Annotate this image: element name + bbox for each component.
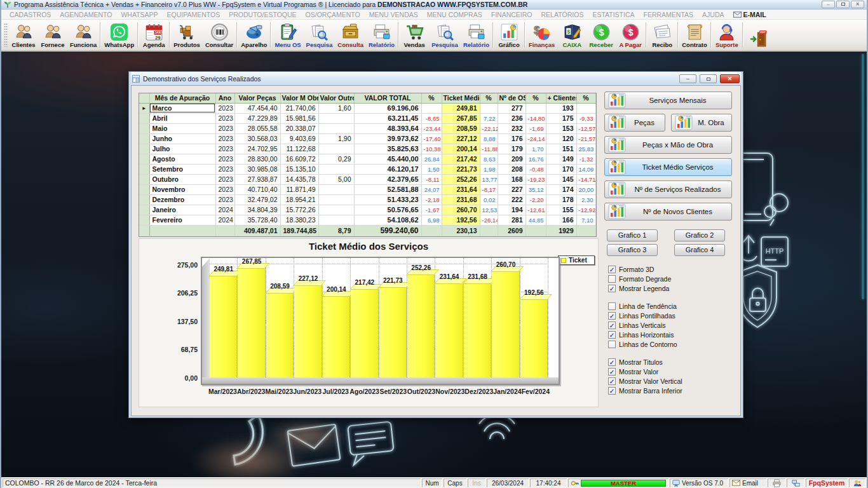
- menu-item-agendamento[interactable]: AGENDAMENTO: [55, 10, 116, 19]
- toolbar-button-clientes[interactable]: Clientes: [9, 20, 38, 50]
- statusbar-network[interactable]: [787, 478, 804, 487]
- toolbar-button-vendas[interactable]: Vendas: [400, 20, 429, 50]
- menu-item-produto-estoque[interactable]: PRODUTO/ESTOQUE: [224, 10, 301, 19]
- toolbar-button-gr-fico[interactable]: Gráfico: [494, 20, 524, 50]
- checkbox-box[interactable]: ✓: [608, 358, 616, 366]
- checkbox-box[interactable]: ✓: [608, 377, 616, 385]
- chart-select-button-servi-os-mensais[interactable]: Serviços Mensais: [604, 92, 732, 109]
- checkbox-formato-3d[interactable]: ✓Formato 3D: [608, 264, 736, 274]
- toolbar-button-relat-rio[interactable]: Relatório: [461, 20, 492, 50]
- button-grafico-4[interactable]: Grafico 4: [674, 244, 725, 256]
- checkbox-linhas-verticais[interactable]: ✓Linhas Verticais: [608, 320, 736, 330]
- checkbox-linhas-pontilhadas[interactable]: ✓Linhas Pontilhadas: [608, 311, 736, 320]
- table-row[interactable]: Janeiro202434.804,3915.772,2650.576,65-1…: [139, 205, 595, 215]
- chart-select-button-n-de-novos-clientes[interactable]: Nº de Novos Clientes: [604, 203, 732, 220]
- menu-item-ferramentas[interactable]: FERRAMENTAS: [639, 10, 698, 19]
- button-grafico-1[interactable]: Grafico 1: [607, 229, 658, 241]
- checkbox-box[interactable]: ✓: [608, 285, 616, 292]
- button-grafico-2[interactable]: Grafico 2: [674, 229, 725, 241]
- dialog-minimize-button[interactable]: –: [679, 74, 696, 83]
- column-header-valor-outros[interactable]: Valor Outros: [318, 93, 354, 103]
- table-row[interactable]: Fevereiro202435.728,4018.380,2354.108,62…: [139, 215, 595, 225]
- checkbox-mostrar-valor-vertical[interactable]: ✓Mostrar Valor Vertical: [608, 376, 736, 386]
- chart-select-button-n-de-servi-os-realizados[interactable]: Nº de Serviços Realizados: [604, 180, 732, 198]
- checkbox-formato-degrade[interactable]: Formato Degrade: [608, 274, 736, 283]
- toolbar-button-caixa[interactable]: $CAIXA: [557, 20, 587, 50]
- column-header-ticket-m-dio[interactable]: Ticket Médio: [442, 93, 480, 103]
- toolbar-button-produtos[interactable]: Produtos: [171, 20, 203, 50]
- menu-item-ajuda[interactable]: AJUDA: [698, 10, 728, 19]
- toolbar-button-receber[interactable]: $Receber: [587, 20, 616, 50]
- statusbar-printer[interactable]: [768, 478, 785, 487]
- table-row[interactable]: Junho202330.568,039.403,691,9039.973,62-…: [139, 133, 595, 144]
- table-row[interactable]: Abril202347.229,8915.981,5663.211,45-8,6…: [139, 113, 595, 123]
- menu-item-e-mail[interactable]: E-MAIL: [729, 10, 771, 19]
- toolbar-button-funciona[interactable]: Funciona: [67, 20, 99, 50]
- menu-item-menu-vendas[interactable]: MENU VENDAS: [365, 10, 423, 19]
- column-header-item[interactable]: %: [421, 93, 442, 103]
- menu-item-financeiro[interactable]: FINANCEIRO: [487, 10, 537, 19]
- table-row[interactable]: Novembro202340.710,4011.871,4952.581,882…: [139, 184, 595, 194]
- dialog-close-button[interactable]: ✕: [720, 74, 740, 83]
- toolbar-button-pesquisa[interactable]: Pesquisa: [429, 20, 461, 50]
- menu-item-estatistica[interactable]: ESTATISTICA: [588, 10, 639, 19]
- chart-select-button-pe-as[interactable]: Peças: [604, 114, 665, 132]
- checkbox-box[interactable]: ✓: [608, 368, 616, 376]
- table-row[interactable]: ►Marco202347.454,4021.740,061,6069.196,0…: [139, 103, 595, 113]
- statusbar-users[interactable]: [849, 478, 865, 487]
- chart-select-button-ticket-m-dio-servi-os[interactable]: Ticket Médio Serviços: [604, 158, 732, 176]
- column-header-valor-m-obra[interactable]: Valor M Obra: [280, 93, 318, 103]
- menu-item-whatsapp[interactable]: WHATSAPP: [116, 10, 162, 19]
- checkbox-mostrar-legenda[interactable]: ✓Mostrar Legenda: [608, 283, 736, 293]
- toolbar-button-whatsapp[interactable]: WhatsApp: [102, 20, 137, 50]
- checkbox-linha-de-tend-ncia[interactable]: Linha de Tendência: [608, 301, 736, 311]
- column-header-item[interactable]: %: [480, 93, 498, 103]
- toolbar-button-fornece[interactable]: Fornece: [38, 20, 67, 50]
- dialog-titlebar[interactable]: Demonstrativo dos Serviços Realizados – …: [131, 72, 741, 85]
- checkbox-box[interactable]: ✓: [608, 331, 616, 339]
- column-header-clientes[interactable]: + Clientes: [546, 93, 576, 103]
- column-header-item[interactable]: %: [526, 93, 546, 103]
- toolbar-button-aparelho[interactable]: Aparelho: [238, 20, 269, 50]
- checkbox-mostrar-valor[interactable]: ✓Mostrar Valor: [608, 367, 736, 376]
- column-header-ano[interactable]: Ano: [215, 93, 234, 103]
- toolbar-button-finan-as[interactable]: $Finanças: [526, 20, 557, 50]
- minimize-button[interactable]: –: [822, 1, 835, 8]
- checkbox-mostrar-titulos[interactable]: ✓Mostrar Titulos: [608, 357, 736, 367]
- table-row[interactable]: Agosto202328.830,0016.609,720,2945.440,0…: [139, 154, 595, 164]
- checkbox-box[interactable]: ✓: [608, 312, 616, 320]
- toolbar-button-exit[interactable]: EXIT: [744, 20, 773, 50]
- menu-item-relat-rios[interactable]: RELATÓRIOS: [536, 10, 588, 19]
- checkbox-mostrar-barra-inferior[interactable]: ✓Mostrar Barra Inferior: [608, 386, 736, 395]
- toolbar-button-pesquisa[interactable]: Pesquisa: [304, 20, 336, 50]
- checkbox-box[interactable]: [608, 275, 616, 283]
- checkbox-box[interactable]: ✓: [608, 266, 616, 273]
- column-header-n-de-os[interactable]: Nº de OS: [498, 93, 526, 103]
- button-grafico-3[interactable]: Grafico 3: [607, 244, 658, 256]
- checkbox-linhas-de-contorno[interactable]: Linhas de Contorno: [608, 339, 736, 349]
- table-row[interactable]: Dezembro202332.479,0218.954,2151.433,23-…: [139, 194, 595, 205]
- statusbar-email[interactable]: Email: [729, 478, 766, 487]
- menu-item-cadastros[interactable]: CADASTROS: [5, 10, 55, 19]
- column-header-valor-total[interactable]: VALOR TOTAL: [354, 93, 421, 103]
- checkbox-box[interactable]: [608, 302, 616, 310]
- toolbar-button-agenda[interactable]: JAN29Agenda: [139, 20, 168, 50]
- close-button[interactable]: ✕: [851, 1, 864, 8]
- toolbar-button-recibo[interactable]: Recibo: [648, 20, 677, 50]
- toolbar-button-relat-rio[interactable]: Relatório: [366, 20, 397, 50]
- toolbar-button-suporte[interactable]: Suporte: [712, 20, 742, 50]
- menu-item-equipamentos[interactable]: EQUIPAMENTOS: [163, 10, 225, 19]
- checkbox-box[interactable]: ✓: [608, 322, 616, 329]
- toolbar-button-a-pagar[interactable]: $A Pagar: [616, 20, 645, 50]
- toolbar-button-consulta[interactable]: Consulta: [335, 20, 366, 50]
- table-row[interactable]: Maio202328.055,5820.338,0748.393,64-23,4…: [139, 123, 595, 133]
- chart-select-button-pe-as-x-m-o-de-obra[interactable]: Peças x Mão de Obra: [604, 136, 732, 154]
- table-row[interactable]: Setembro202330.985,0815.135,1046.120,171…: [139, 164, 595, 174]
- column-header-item[interactable]: %: [576, 93, 595, 103]
- toolbar-button-contrato[interactable]: Contrato: [679, 20, 710, 50]
- toolbar-button-menu-os[interactable]: Menu OS: [272, 20, 303, 50]
- dialog-restore-button[interactable]: [700, 74, 717, 83]
- table-row[interactable]: Outubro202327.938,8714.435,785,0042.379,…: [139, 174, 595, 184]
- restore-button[interactable]: [836, 1, 850, 8]
- menu-item-os-or-amento[interactable]: OS/ORÇAMENTO: [301, 10, 365, 19]
